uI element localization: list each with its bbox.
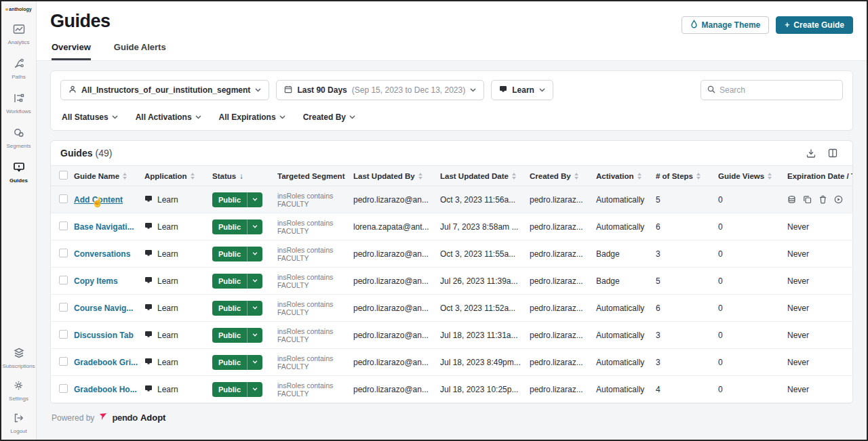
column-header-created-by[interactable]: Created By xyxy=(530,166,596,186)
chevron-down-icon xyxy=(195,115,201,119)
created-by: pedro.lizaraz... xyxy=(530,222,583,232)
monitor-icon xyxy=(144,276,153,286)
monitor-icon xyxy=(144,331,153,340)
column-header-status[interactable]: Status↓ xyxy=(212,166,277,186)
step-count: 3 xyxy=(656,331,660,340)
column-header-expiration[interactable]: Expiration Date / T xyxy=(787,166,852,186)
column-header-activation[interactable]: Activation xyxy=(596,166,656,186)
guide-name-link[interactable]: Gradebook Ho... xyxy=(74,385,137,394)
last-updated-by: pedro.lizarazo@an... xyxy=(353,331,429,340)
sidebar-item-segments[interactable]: Segments xyxy=(1,127,37,149)
guide-name-link[interactable]: Base Navigati... xyxy=(74,222,134,232)
table-row[interactable]: Copy Items Learn Public insRoles contain… xyxy=(51,268,852,295)
row-checkbox[interactable] xyxy=(59,276,68,285)
calendar-icon xyxy=(284,85,292,96)
row-checkbox[interactable] xyxy=(59,330,68,339)
sidebar-item-analytics[interactable]: Analytics xyxy=(1,24,37,45)
create-guide-button[interactable]: + Create Guide xyxy=(776,16,853,34)
sidebar-item-guides[interactable]: Guides xyxy=(1,162,37,184)
monitor-icon xyxy=(144,358,153,367)
sidebar-item-logout[interactable]: Logout xyxy=(1,413,37,434)
row-checkbox[interactable] xyxy=(59,194,68,203)
sidebar-item-paths[interactable]: Paths xyxy=(1,58,37,80)
status-badge[interactable]: Public xyxy=(212,328,262,343)
table-row[interactable]: Course Navig... Learn Public insRoles co… xyxy=(51,295,852,322)
column-header-guide-name[interactable]: Guide Name xyxy=(74,166,144,186)
row-checkbox[interactable] xyxy=(59,249,68,257)
chevron-down-icon xyxy=(279,115,285,119)
status-badge[interactable]: Public xyxy=(212,247,262,261)
chevron-down-icon xyxy=(247,382,262,397)
table-row[interactable]: Base Navigati... Learn Public insRoles c… xyxy=(51,213,852,240)
status-badge[interactable]: Public xyxy=(212,274,262,289)
mouse-cursor: ☝ xyxy=(92,196,103,207)
table-row[interactable]: Add Content Learn Public insRoles contai… xyxy=(51,186,852,213)
expiration-filter-dropdown[interactable]: All Expirations xyxy=(219,112,285,122)
sidebar-item-workflows[interactable]: Workflows xyxy=(1,93,37,114)
columns-icon[interactable] xyxy=(828,148,837,158)
status-badge[interactable]: Public xyxy=(212,355,262,370)
date-range-filter-dropdown[interactable]: Last 90 Days (Sep 15, 2023 to Dec 13, 20… xyxy=(276,80,484,100)
download-icon[interactable] xyxy=(806,148,816,158)
column-header-last-updated-by[interactable]: Last Updated By xyxy=(353,166,440,186)
manage-theme-label: Manage Theme xyxy=(702,20,761,30)
sidebar-item-subscriptions[interactable]: Subscriptions xyxy=(1,348,37,369)
last-updated-by: pedro.lizarazo@an... xyxy=(353,195,429,205)
search-input[interactable] xyxy=(719,85,836,95)
content-area: All_Instructors_of_our_institution_segme… xyxy=(37,60,867,440)
status-label: Public xyxy=(212,277,247,285)
date-range-value: Last 90 Days xyxy=(297,85,347,95)
select-all-checkbox[interactable] xyxy=(59,171,68,180)
guide-name-link[interactable]: Copy Items xyxy=(74,276,118,286)
table-row[interactable]: Gradebook Gri... Learn Public insRoles c… xyxy=(51,349,852,376)
column-header-application[interactable]: Application xyxy=(144,166,212,186)
layers-icon[interactable] xyxy=(787,195,796,204)
guide-name-link[interactable]: Course Navig... xyxy=(74,303,133,313)
guide-name-link[interactable]: Conversations xyxy=(74,249,130,259)
guide-name-link[interactable]: Discussion Tab xyxy=(74,331,134,340)
sort-icon xyxy=(768,173,772,180)
table-row[interactable]: Discussion Tab Learn Public insRoles con… xyxy=(51,322,852,349)
status-badge[interactable]: Public xyxy=(212,382,262,397)
row-checkbox[interactable] xyxy=(59,303,68,312)
copy-icon[interactable] xyxy=(803,195,812,204)
table-row[interactable]: Gradebook Ho... Learn Public insRoles co… xyxy=(51,376,852,403)
chevron-down-icon xyxy=(247,219,262,234)
table-row[interactable]: Conversations Learn Public insRoles cont… xyxy=(51,240,852,268)
row-checkbox[interactable] xyxy=(59,357,68,366)
segment-filter-dropdown[interactable]: All_Instructors_of_our_institution_segme… xyxy=(60,80,269,100)
column-header-targeted-segment[interactable]: Targeted Segment xyxy=(277,166,353,186)
status-badge[interactable]: Public xyxy=(212,192,262,207)
paths-icon xyxy=(13,58,25,72)
date-range-detail: (Sep 15, 2023 to Dec 13, 2023) xyxy=(352,85,465,95)
play-circle-icon[interactable] xyxy=(834,195,843,204)
sort-icon xyxy=(191,173,195,180)
tab-overview[interactable]: Overview xyxy=(52,42,91,60)
row-checkbox[interactable] xyxy=(59,222,68,230)
segment-filter-value: All_Instructors_of_our_institution_segme… xyxy=(81,85,250,95)
person-icon xyxy=(68,85,77,96)
created-by-filter-label: Created By xyxy=(303,112,346,122)
activation-filter-dropdown[interactable]: All Activations xyxy=(136,112,201,122)
manage-theme-button[interactable]: Manage Theme xyxy=(682,16,770,34)
created-by: pedro.lizaraz... xyxy=(530,249,583,259)
chevron-down-icon xyxy=(247,355,262,370)
sidebar-item-label: Settings xyxy=(9,396,28,402)
expiration-value: Never xyxy=(787,276,809,286)
status-filter-dropdown[interactable]: All Statuses xyxy=(62,112,118,122)
monitor-icon xyxy=(144,303,153,313)
targeted-segment: insRoles containsFACULTY xyxy=(277,300,349,316)
created-by-filter-dropdown[interactable]: Created By xyxy=(303,112,355,122)
guide-name-link[interactable]: Gradebook Gri... xyxy=(74,358,138,367)
row-checkbox[interactable] xyxy=(59,384,68,393)
column-header-last-updated-date[interactable]: Last Updated Date xyxy=(440,166,530,186)
sidebar-item-settings[interactable]: Settings xyxy=(1,380,37,402)
status-badge[interactable]: Public xyxy=(212,219,262,234)
trash-icon[interactable] xyxy=(818,195,827,204)
column-header-guide-views[interactable]: Guide Views xyxy=(718,166,787,186)
tab-guide-alerts[interactable]: Guide Alerts xyxy=(114,42,166,60)
application-filter-dropdown[interactable]: Learn xyxy=(491,80,553,100)
status-badge[interactable]: Public xyxy=(212,301,262,316)
created-by: pedro.lizaraz... xyxy=(530,385,583,394)
column-header-steps[interactable]: # of Steps xyxy=(656,166,718,186)
